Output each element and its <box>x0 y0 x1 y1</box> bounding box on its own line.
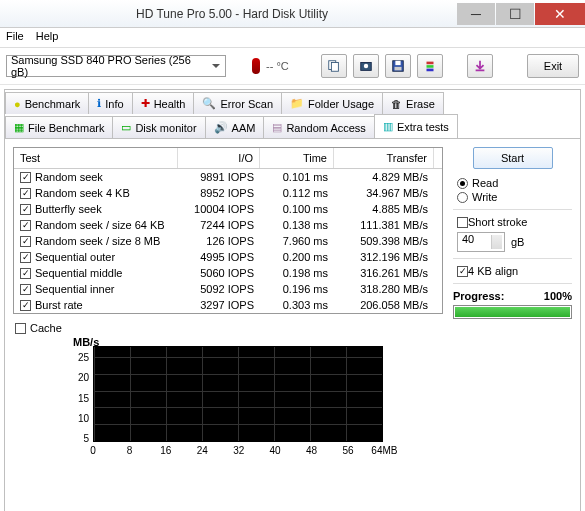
write-radio[interactable]: Write <box>457 191 572 203</box>
cache-checkbox[interactable]: Cache <box>15 322 443 334</box>
results-table: Test I/O Time Transfer ✓Random seek9891 … <box>13 147 443 314</box>
transfer-chart: MB/s 5101520250816243240485664MB <box>73 338 383 456</box>
table-row[interactable]: ✓Sequential outer4995 IOPS0.200 ms312.19… <box>14 249 442 265</box>
tab-row-2: ▦File Benchmark ▭Disk monitor 🔊AAM ▤Rand… <box>5 114 580 138</box>
align-checkbox[interactable]: ✓4 KB align <box>457 265 572 277</box>
titlebar: HD Tune Pro 5.00 - Hard Disk Utility ─ ☐… <box>0 0 585 28</box>
tab-random-access[interactable]: ▤Random Access <box>263 116 374 138</box>
download-button[interactable] <box>467 54 493 78</box>
tab-health[interactable]: ✚Health <box>132 92 195 114</box>
table-row[interactable]: ✓Random seek / size 64 KB7244 IOPS0.138 … <box>14 217 442 233</box>
svg-rect-5 <box>395 61 400 65</box>
tab-benchmark[interactable]: ●Benchmark <box>5 92 89 114</box>
tab-erase[interactable]: 🗑Erase <box>382 92 444 114</box>
options-button[interactable] <box>417 54 443 78</box>
table-row[interactable]: ✓Sequential middle5060 IOPS0.198 ms316.2… <box>14 265 442 281</box>
col-transfer[interactable]: Transfer <box>334 148 434 168</box>
tab-extra-tests[interactable]: ▥Extra tests <box>374 114 458 138</box>
col-test[interactable]: Test <box>14 148 178 168</box>
close-button[interactable]: ✕ <box>535 3 585 25</box>
window-title: HD Tune Pro 5.00 - Hard Disk Utility <box>8 7 456 21</box>
svg-rect-7 <box>426 62 433 65</box>
menu-file[interactable]: File <box>6 30 24 45</box>
svg-point-3 <box>364 64 368 68</box>
save-button[interactable] <box>385 54 411 78</box>
temperature-value: -- °C <box>266 60 289 72</box>
table-row[interactable]: ✓Butterfly seek10004 IOPS0.100 ms4.885 M… <box>14 201 442 217</box>
menubar: File Help <box>0 28 585 48</box>
short-stroke-input[interactable]: 40 <box>457 232 505 252</box>
tab-info[interactable]: ℹInfo <box>88 92 132 114</box>
tab-disk-monitor[interactable]: ▭Disk monitor <box>112 116 205 138</box>
table-row[interactable]: ✓Random seek / size 8 MB126 IOPS7.960 ms… <box>14 233 442 249</box>
table-row[interactable]: ✓Random seek 4 KB8952 IOPS0.112 ms34.967… <box>14 185 442 201</box>
tab-folder-usage[interactable]: 📁Folder Usage <box>281 92 383 114</box>
table-row[interactable]: ✓Sequential inner5092 IOPS0.196 ms318.28… <box>14 281 442 297</box>
read-radio[interactable]: Read <box>457 177 572 189</box>
copy-button[interactable] <box>321 54 347 78</box>
tab-file-benchmark[interactable]: ▦File Benchmark <box>5 116 113 138</box>
drive-select[interactable]: Samsung SSD 840 PRO Series (256 gB) <box>6 55 226 77</box>
thermometer-icon <box>252 58 260 74</box>
table-row[interactable]: ✓Burst rate3297 IOPS0.303 ms206.058 MB/s <box>14 297 442 313</box>
tab-row-1: ●Benchmark ℹInfo ✚Health 🔍Error Scan 📁Fo… <box>5 90 580 114</box>
progress-bar <box>453 305 572 319</box>
minimize-button[interactable]: ─ <box>457 3 495 25</box>
col-time[interactable]: Time <box>260 148 334 168</box>
table-row[interactable]: ✓Random seek9891 IOPS0.101 ms4.829 MB/s <box>14 169 442 185</box>
menu-help[interactable]: Help <box>36 30 59 45</box>
col-io[interactable]: I/O <box>178 148 260 168</box>
screenshot-button[interactable] <box>353 54 379 78</box>
short-stroke-checkbox[interactable]: Short stroke <box>457 216 572 228</box>
svg-rect-1 <box>331 63 338 72</box>
svg-rect-9 <box>426 69 433 72</box>
svg-rect-10 <box>475 70 484 72</box>
progress-value: 100% <box>544 290 572 302</box>
svg-rect-6 <box>394 67 401 71</box>
toolbar: Samsung SSD 840 PRO Series (256 gB) -- °… <box>0 48 585 85</box>
tab-aam[interactable]: 🔊AAM <box>205 116 265 138</box>
exit-button[interactable]: Exit <box>527 54 579 78</box>
progress-label: Progress: <box>453 290 504 302</box>
start-button[interactable]: Start <box>473 147 553 169</box>
svg-rect-8 <box>426 65 433 68</box>
tab-error-scan[interactable]: 🔍Error Scan <box>193 92 282 114</box>
maximize-button[interactable]: ☐ <box>496 3 534 25</box>
